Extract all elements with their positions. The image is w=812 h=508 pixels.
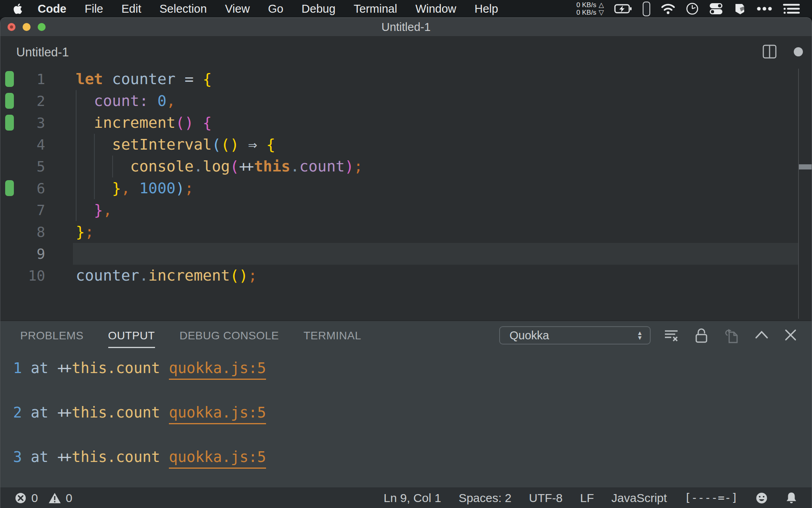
code-token: {: [266, 136, 276, 153]
panel-tab-debug-console[interactable]: DEBUG CONSOLE: [180, 321, 279, 350]
control-center-icon[interactable]: [709, 2, 723, 15]
macos-menubar: CodeFileEditSelectionViewGoDebugTerminal…: [0, 0, 812, 17]
code-token: [193, 114, 203, 131]
code-token: ;: [248, 267, 257, 284]
window-title: Untitled-1: [0, 18, 812, 36]
active-tab-underline: [108, 347, 155, 348]
menu-item-terminal[interactable]: Terminal: [345, 2, 406, 15]
code-token: at: [22, 404, 57, 421]
output-source-link[interactable]: quokka.js:5: [169, 404, 266, 424]
app-shield-icon[interactable]: [733, 2, 746, 15]
line-number: 10: [0, 265, 45, 287]
clear-output-icon[interactable]: [663, 327, 679, 343]
screen: CodeFileEditSelectionViewGoDebugTerminal…: [0, 0, 812, 508]
code-token: {: [203, 114, 212, 131]
line-number: 3: [0, 112, 45, 134]
output-log: 1 at ++this.count quokka.js:52 at ++this…: [0, 350, 812, 488]
problems-summary[interactable]: 0 0: [0, 491, 78, 505]
code-token: counter: [76, 267, 139, 284]
code-token: [76, 92, 94, 110]
statusbar-language-mode[interactable]: JavaScript: [611, 491, 667, 505]
overview-ruler-border: [798, 69, 799, 319]
split-editor-icon[interactable]: [762, 44, 777, 59]
code-line-1[interactable]: let counter = {: [76, 68, 212, 90]
unsaved-changes-dot[interactable]: [794, 47, 803, 56]
code-token: }: [112, 179, 121, 197]
clock-icon[interactable]: [686, 2, 699, 15]
battery-charging-icon[interactable]: [614, 2, 632, 15]
code-line-3[interactable]: increment() {: [76, 112, 212, 134]
statusbar-right: Ln 9, Col 1Spaces: 2UTF-8LFJavaScript[--…: [384, 491, 812, 505]
menu-item-help[interactable]: Help: [465, 2, 508, 15]
battery-level-icon[interactable]: [643, 2, 650, 16]
code-line-10[interactable]: counter.increment();: [76, 265, 257, 287]
unlock-auto-scroll-icon[interactable]: [693, 327, 709, 344]
code-token: [76, 201, 94, 219]
net-down-value: 0 KB/s: [576, 9, 596, 16]
line-number: 1: [0, 68, 45, 90]
code-token: (): [230, 267, 248, 284]
panel-tab-terminal[interactable]: TERMINAL: [304, 321, 362, 350]
apple-menu[interactable]: [13, 4, 23, 14]
code-token: }: [76, 223, 85, 241]
menu-item-go[interactable]: Go: [259, 2, 293, 15]
statusbar-items: Ln 9, Col 1Spaces: 2UTF-8LFJavaScript[--…: [384, 491, 738, 505]
menu-item-edit[interactable]: Edit: [112, 2, 150, 15]
code-token: ++: [239, 158, 251, 175]
output-source-link[interactable]: quokka.js:5: [169, 448, 266, 469]
code-token: [76, 158, 130, 175]
output-log-line: 2 at ++this.count quokka.js:5: [13, 403, 266, 423]
more-dots-icon[interactable]: [756, 6, 772, 11]
code-token: .: [290, 158, 299, 175]
warning-count: 0: [66, 491, 73, 505]
statusbar-quokka-status[interactable]: [----=-]: [684, 491, 738, 504]
menu-item-view[interactable]: View: [216, 2, 259, 15]
code-line-8[interactable]: };: [76, 221, 94, 243]
code-line-2[interactable]: count: 0,: [76, 90, 176, 112]
notifications-bell-icon[interactable]: [785, 491, 797, 505]
statusbar-indentation[interactable]: Spaces: 2: [459, 491, 511, 505]
panel-tab-label: PROBLEMS: [20, 329, 84, 342]
code-line-6[interactable]: }, 1000);: [76, 177, 193, 199]
maximize-panel-icon[interactable]: [755, 330, 769, 339]
menu-item-window[interactable]: Window: [406, 2, 465, 15]
code-token: 2: [13, 404, 22, 421]
code-line-7[interactable]: },: [76, 199, 112, 221]
open-output-in-editor-icon[interactable]: [723, 327, 739, 344]
output-source-link[interactable]: quokka.js:5: [169, 360, 266, 380]
tab-untitled-1[interactable]: Untitled-1: [16, 36, 69, 67]
code-line-5[interactable]: console.log(++this.count);: [76, 156, 363, 177]
output-channel-select[interactable]: Quokka ▲▼: [499, 326, 651, 344]
code-token: {: [203, 70, 212, 88]
code-editor[interactable]: 1let counter = {2 count: 0,3 increment()…: [0, 67, 812, 320]
menu-item-file[interactable]: File: [76, 2, 113, 15]
code-token: ,: [167, 92, 176, 110]
close-panel-icon[interactable]: [783, 327, 798, 343]
list-menu-icon[interactable]: [783, 2, 800, 15]
statusbar-encoding[interactable]: UTF-8: [529, 491, 563, 505]
menu-item-selection[interactable]: Selection: [150, 2, 216, 15]
code-line-4[interactable]: setInterval(() ⇒ {: [76, 134, 275, 156]
code-token: (: [230, 158, 239, 175]
code-token: 1000: [139, 179, 176, 197]
line-number: 7: [0, 199, 45, 221]
code-token: ++: [57, 360, 69, 377]
statusbar-eol[interactable]: LF: [580, 491, 594, 505]
panel-tab-output[interactable]: OUTPUT: [108, 321, 155, 350]
wifi-icon[interactable]: [661, 3, 676, 15]
menu-item-debug[interactable]: Debug: [293, 2, 345, 15]
code-token: setInterval: [112, 136, 212, 153]
panel-tabs: PROBLEMSOUTPUTDEBUG CONSOLETERMINAL: [20, 321, 361, 350]
code-token: this.count: [72, 404, 160, 421]
code-token: ,: [103, 201, 112, 219]
network-speed-indicator[interactable]: 0 KB/s△ 0 KB/s▽: [576, 1, 604, 16]
code-token: [103, 70, 112, 88]
code-token: 3: [13, 448, 22, 466]
panel-tab-label: DEBUG CONSOLE: [180, 329, 279, 342]
code-token: ;: [185, 179, 194, 197]
panel-tab-problems[interactable]: PROBLEMS: [20, 321, 84, 350]
statusbar-cursor-position[interactable]: Ln 9, Col 1: [384, 491, 441, 505]
code-token: ;: [85, 223, 94, 241]
menu-item-code[interactable]: Code: [29, 2, 76, 15]
feedback-smiley-icon[interactable]: [755, 492, 768, 504]
